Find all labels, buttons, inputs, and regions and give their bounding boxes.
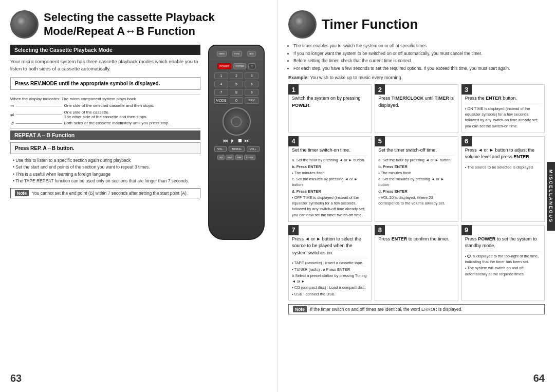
remote-enter-btn[interactable] bbox=[231, 117, 242, 127]
step-3-details: • ON TIME is displayed (instead of the e… bbox=[465, 104, 541, 129]
step-8-content: Press ENTER to confirm the timer. bbox=[378, 229, 454, 243]
remote-extra-btn: ◯ bbox=[248, 63, 255, 69]
left-text-section: Selecting the Cassette Playback Mode You… bbox=[10, 45, 200, 240]
repeat-title: REPEAT A↔B Function bbox=[10, 130, 200, 140]
step-6: 6 Press ◄ or ► button to adjust the volu… bbox=[461, 136, 545, 222]
step-1-content: Switch the system on by pressing POWER. bbox=[292, 88, 368, 109]
remote-aux-btn: AUX bbox=[247, 51, 255, 57]
step-9-details: • ⏻ is displayed to the top-right of the… bbox=[465, 251, 541, 277]
remote-reverse[interactable]: REV bbox=[245, 97, 258, 104]
remote-num-7[interactable]: 7 bbox=[214, 89, 228, 96]
timer-info-1: The timer enables you to switch the syst… bbox=[293, 43, 545, 50]
remote-num-3[interactable]: 3 bbox=[245, 72, 258, 79]
timer-info-4: For each step, you have a few seconds to… bbox=[293, 65, 545, 72]
page-number-right: 64 bbox=[533, 372, 545, 384]
step-8: 8 Press ENTER to confirm the timer. bbox=[375, 225, 458, 301]
right-page: Timer Function The timer enables you to … bbox=[278, 0, 555, 392]
step-4-number: 4 bbox=[288, 136, 299, 146]
section1-title: Selecting the Cassette Playback Mode bbox=[10, 45, 200, 55]
repeat-bullets: Use this to listen to a specific section… bbox=[10, 157, 200, 185]
remote-volume-section: VOL- TUNING VOL+ bbox=[209, 145, 264, 153]
step-6-content: Press ◄ or ► button to adjust the volume… bbox=[465, 140, 541, 161]
step-5-content: Set the timer switch-off time. bbox=[378, 140, 454, 154]
remote-eq-btn[interactable]: EQ bbox=[217, 155, 225, 160]
timer-info-list: The timer enables you to switch the syst… bbox=[288, 43, 545, 72]
step-2-number: 2 bbox=[375, 84, 385, 95]
remote-body: BAND FUNC AUX POWER SYSTEM ◯ 1 2 3 4 5 bbox=[208, 45, 265, 240]
symbol-section: When the display indicates: The micro co… bbox=[10, 94, 200, 126]
remote-system-btn[interactable]: SYSTEM bbox=[233, 63, 246, 69]
timer-info-3: Before setting the timer, check that the… bbox=[293, 58, 545, 65]
repeat-section: REPEAT A↔B Function Press REP. A↔B butto… bbox=[10, 130, 200, 198]
remote-extra-row: EQ REP DIM CLOCK bbox=[209, 155, 264, 160]
remote-power-btn[interactable]: POWER bbox=[217, 63, 231, 69]
step-5: 5 Set the timer switch-off time. a. Set … bbox=[375, 136, 458, 222]
remote-dim-btn[interactable]: DIM bbox=[235, 155, 243, 160]
remote-num-9[interactable]: 9 bbox=[245, 89, 258, 96]
step-4-details: a. Set the hour by pressing ◄ or ► butto… bbox=[292, 155, 368, 218]
bullet-1: Use this to listen to a specific section… bbox=[13, 157, 200, 164]
rep-button-box: Press REP. A↔B button. bbox=[10, 142, 200, 154]
remote-prev-btn[interactable]: ⏮ bbox=[223, 138, 228, 143]
step-1: 1 Switch the system on by pressing POWER… bbox=[288, 84, 372, 133]
remote-num-1[interactable]: 1 bbox=[214, 72, 228, 79]
left-content: Selecting the Cassette Playback Mode You… bbox=[10, 45, 267, 240]
remote-tuning-btn[interactable]: TUNING bbox=[229, 146, 245, 152]
left-page: Selecting the cassette Playback Mode/Rep… bbox=[0, 0, 278, 392]
speaker-icon-right bbox=[288, 10, 317, 39]
remote-num-4[interactable]: 4 bbox=[214, 81, 228, 87]
symbol-line-3: ↺ —————————— Both sides of the cassette … bbox=[10, 121, 200, 126]
remote-num-mode[interactable]: MODE bbox=[214, 97, 228, 104]
remote-numpad: 1 2 3 4 5 6 7 8 9 MODE 0 REV bbox=[209, 71, 264, 105]
remote-num-0[interactable]: 0 bbox=[230, 97, 244, 104]
remote-num-5[interactable]: 5 bbox=[230, 81, 244, 87]
step-7-number: 7 bbox=[288, 225, 299, 235]
step-9: 9 Press POWER to set the system to stand… bbox=[461, 225, 545, 301]
symbol-line-1: ⇒ —————————— One side of the selected ca… bbox=[10, 103, 200, 108]
remote-transport: ⏮ ⏵ ⏹ ⏭ bbox=[209, 138, 264, 143]
step-3: 3 Press the ENTER button. • ON TIME is d… bbox=[461, 84, 545, 133]
step-7: 7 Press ◄ or ► button to select the sour… bbox=[288, 225, 372, 301]
steps-grid-1: 1 Switch the system on by pressing POWER… bbox=[288, 84, 545, 222]
step-5-number: 5 bbox=[375, 136, 385, 146]
symbol-line-2: ⇌ —————————— One side of the cassette. T… bbox=[10, 110, 200, 119]
step-2-content: Press TIMER/CLOCK until TIMER is display… bbox=[378, 88, 454, 109]
right-main-title: Timer Function bbox=[322, 16, 418, 32]
step-8-number: 8 bbox=[375, 225, 385, 235]
remote-stop-btn[interactable]: ⏹ bbox=[237, 138, 243, 143]
remote-play-btn[interactable]: ⏵ bbox=[230, 138, 235, 143]
left-main-title: Selecting the cassette Playback Mode/Rep… bbox=[44, 11, 267, 38]
step-7-content: Press ◄ or ► button to select the source… bbox=[292, 229, 368, 257]
example-text: Example: You wish to wake up to music ev… bbox=[288, 75, 545, 80]
step-5-details: a. Set the hour by pressing ◄ or ► butto… bbox=[378, 155, 454, 206]
remote-vol-down[interactable]: VOL- bbox=[214, 146, 227, 152]
remote-next-btn[interactable]: ⏭ bbox=[245, 138, 250, 143]
timer-info-2: If you no longer want the system to be s… bbox=[293, 50, 545, 58]
steps-grid-2: 7 Press ◄ or ► button to select the sour… bbox=[288, 225, 545, 301]
step-3-number: 3 bbox=[461, 84, 472, 95]
remote-func-btn: FUNC bbox=[232, 51, 242, 57]
note-bottom: Note If the timer switch on and off time… bbox=[288, 304, 545, 314]
step-4: 4 Set the timer switch-on time. a. Set t… bbox=[288, 136, 372, 222]
step-9-number: 9 bbox=[461, 225, 472, 235]
remote-nav-circle bbox=[223, 107, 251, 136]
step-4-content: Set the timer switch-on time. bbox=[292, 140, 368, 154]
remote-num-6[interactable]: 6 bbox=[245, 81, 258, 87]
step-1-number: 1 bbox=[288, 84, 299, 95]
section1-body: Your micro component system has three ca… bbox=[10, 58, 200, 73]
step-9-content: Press POWER to set the system to standby… bbox=[465, 229, 541, 250]
remote-rep-btn[interactable]: REP bbox=[226, 155, 234, 160]
page-number-left: 63 bbox=[10, 372, 22, 384]
step-6-details: • The source to be selected is displayed… bbox=[465, 162, 541, 170]
step-2: 2 Press TIMER/CLOCK until TIMER is displ… bbox=[375, 84, 458, 133]
remote-num-2[interactable]: 2 bbox=[230, 72, 244, 79]
press-revmode-box: Press REV.MODE until the appropriate sym… bbox=[10, 77, 200, 90]
step-3-content: Press the ENTER button. bbox=[465, 88, 541, 102]
remote-num-8[interactable]: 8 bbox=[230, 89, 244, 96]
remote-band-btn: BAND bbox=[217, 51, 227, 57]
remote-clock-btn[interactable]: CLOCK bbox=[244, 155, 255, 160]
left-header-text: Selecting the cassette Playback Mode/Rep… bbox=[44, 11, 267, 38]
bullet-4: The TAPE REPEAT function can be used onl… bbox=[13, 178, 200, 185]
note-box-left: Note You cannot set the end point (B) wi… bbox=[10, 188, 200, 198]
remote-vol-up[interactable]: VOL+ bbox=[247, 146, 260, 152]
